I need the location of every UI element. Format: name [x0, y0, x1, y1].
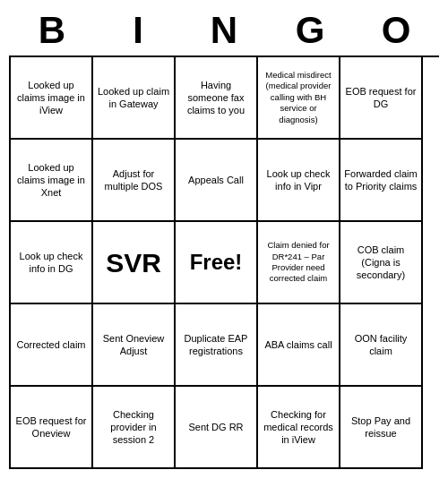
letter-i: I [97, 9, 179, 52]
letter-g: G [269, 9, 351, 52]
bingo-cell-21[interactable]: Checking provider in session 2 [93, 387, 176, 469]
bingo-cell-8[interactable]: Look up check info in Vipr [258, 140, 340, 222]
bingo-cell-10[interactable]: Look up check info in DG [11, 222, 93, 304]
bingo-cell-1[interactable]: Looked up claim in Gateway [93, 57, 176, 140]
bingo-cell-4[interactable]: EOB request for DG [340, 57, 423, 140]
bingo-cell-0[interactable]: Looked up claims image in iView [11, 57, 93, 140]
letter-n: N [183, 9, 265, 52]
bingo-cell-9[interactable]: Forwarded claim to Priority claims [340, 140, 423, 222]
bingo-cell-7[interactable]: Appeals Call [176, 140, 258, 222]
bingo-cell-23[interactable]: Checking for medical records in iView [258, 387, 340, 469]
bingo-cell-15[interactable]: Corrected claim [11, 304, 93, 387]
bingo-cell-12[interactable]: Free! [176, 222, 258, 304]
bingo-cell-3[interactable]: Medical misdirect (medical provider call… [258, 57, 340, 140]
letter-o: O [355, 9, 437, 52]
bingo-cell-2[interactable]: Having someone fax claims to you [176, 57, 258, 140]
bingo-cell-20[interactable]: EOB request for Oneview [11, 387, 93, 469]
bingo-title: B I N G O [9, 9, 439, 52]
bingo-cell-17[interactable]: Duplicate EAP registrations [176, 304, 258, 387]
bingo-cell-11[interactable]: SVR [93, 222, 176, 304]
bingo-cell-19[interactable]: OON facility claim [340, 304, 423, 387]
letter-b: B [11, 9, 93, 52]
bingo-cell-22[interactable]: Sent DG RR [176, 387, 258, 469]
bingo-cell-5[interactable]: Looked up claims image in Xnet [11, 140, 93, 222]
bingo-cell-16[interactable]: Sent Oneview Adjust [93, 304, 176, 387]
bingo-cell-14[interactable]: COB claim (Cigna is secondary) [340, 222, 423, 304]
bingo-cell-18[interactable]: ABA claims call [258, 304, 340, 387]
bingo-cell-6[interactable]: Adjust for multiple DOS [93, 140, 176, 222]
bingo-cell-13[interactable]: Claim denied for DR*241 – Par Provider n… [258, 222, 340, 304]
bingo-cell-24[interactable]: Stop Pay and reissue [340, 387, 423, 469]
bingo-grid: Looked up claims image in iViewLooked up… [9, 56, 439, 469]
